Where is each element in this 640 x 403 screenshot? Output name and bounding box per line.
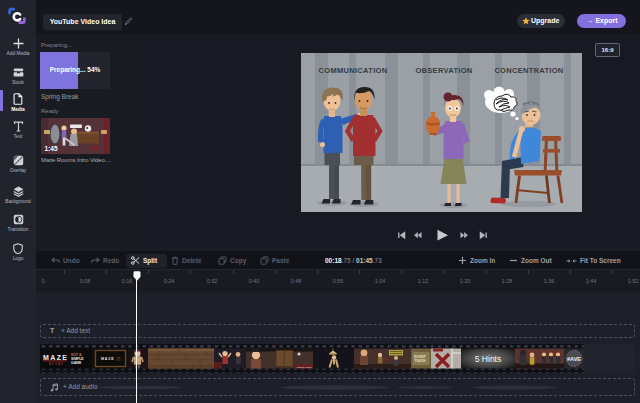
svg-text:#AVE: #AVE	[567, 356, 581, 362]
svg-text:MAZE: MAZE	[43, 354, 67, 361]
svg-text:COMMUNICATION: COMMUNICATION	[319, 66, 388, 75]
svg-text:TOUCH: TOUCH	[415, 359, 426, 363]
svg-text:1:45: 1:45	[45, 145, 58, 152]
svg-text:MAZE: MAZE	[101, 357, 114, 361]
svg-text:5 Hints: 5 Hints	[475, 354, 501, 364]
svg-text:DON'T HURT: DON'T HURT	[297, 366, 312, 369]
svg-text:ROOMS: ROOMS	[49, 362, 64, 366]
svg-text:CONCENTRATION: CONCENTRATION	[494, 66, 563, 75]
svg-text:(?): (?)	[117, 357, 121, 361]
svg-text:OBSERVATION: OBSERVATION	[415, 66, 472, 75]
svg-text:GAME: GAME	[71, 361, 82, 365]
